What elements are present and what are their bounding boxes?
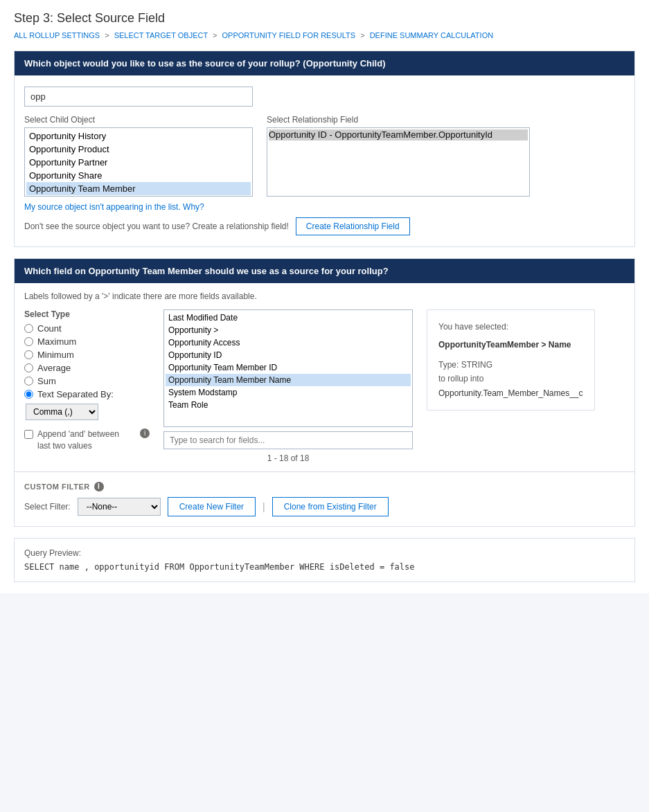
type-text-separated-radio[interactable] xyxy=(24,390,33,399)
source-object-header: Which object would you like to use as th… xyxy=(15,51,634,75)
field-option-0[interactable]: Last Modified Date xyxy=(166,312,411,324)
custom-filter-title: CUSTOM FILTER i xyxy=(24,482,625,491)
field-option-2[interactable]: Opportunity Access xyxy=(166,336,411,349)
type-average-radio[interactable] xyxy=(24,363,33,372)
type-maximum-radio[interactable] xyxy=(24,337,33,346)
type-count-row: Count xyxy=(24,323,150,334)
breadcrumb-item-0[interactable]: ALL ROLLUP SETTINGS xyxy=(14,31,100,39)
append-and-checkbox[interactable] xyxy=(24,430,33,439)
child-object-label: Select Child Object xyxy=(24,115,253,125)
field-option-4[interactable]: Opportunity Team Member ID xyxy=(166,361,411,374)
child-option-3[interactable]: Opportunity Share xyxy=(26,169,251,182)
you-have-selected-label: You have selected: xyxy=(438,320,583,334)
query-preview-section: Query Preview: SELECT name , opportunity… xyxy=(14,538,635,582)
relationship-select[interactable]: Opportunity ID - OpportunityTeamMember.O… xyxy=(267,128,529,196)
child-option-4[interactable]: Opportunity Team Member xyxy=(26,182,251,195)
type-text-separated-row: Text Separated By: xyxy=(24,389,150,399)
custom-filter-info-icon: i xyxy=(94,482,104,491)
child-object-select[interactable]: Opportunity History Opportunity Product … xyxy=(25,128,252,196)
type-sum-radio[interactable] xyxy=(24,377,33,386)
clone-from-existing-filter-button[interactable]: Clone from Existing Filter xyxy=(272,497,389,516)
relationship-field-label: Select Relationship Field xyxy=(267,115,530,125)
source-field-header: Which field on Opportunity Team Member s… xyxy=(15,259,634,283)
child-option-2[interactable]: Opportunity Partner xyxy=(26,156,251,169)
type-text-separated-label: Text Separated By: xyxy=(37,389,114,399)
filter-pipe-separator: | xyxy=(263,501,265,512)
breadcrumb: ALL ROLLUP SETTINGS > SELECT TARGET OBJE… xyxy=(14,31,635,39)
filter-row: Select Filter: --None-- Create New Filte… xyxy=(24,497,625,516)
breadcrumb-sep-2: > xyxy=(360,31,364,39)
field-option-3[interactable]: Opportunity ID xyxy=(166,349,411,361)
select-filter-label: Select Filter: xyxy=(24,502,71,512)
breadcrumb-item-3[interactable]: DEFINE SUMMARY CALCULATION xyxy=(370,31,493,39)
dont-see-text: Don't see the source object you want to … xyxy=(24,222,289,231)
breadcrumb-item-2[interactable]: OPPORTUNITY FIELD FOR RESULTS xyxy=(222,31,356,39)
field-select[interactable]: Last Modified Date Opportunity > Opportu… xyxy=(164,310,412,426)
source-object-section: Which object would you like to use as th… xyxy=(14,51,635,247)
type-average-label: Average xyxy=(37,363,71,373)
breadcrumb-sep-0: > xyxy=(105,31,109,39)
breadcrumb-item-1[interactable]: SELECT TARGET OBJECT xyxy=(114,31,208,39)
rollup-label-display: to rollup into xyxy=(438,372,583,386)
relationship-option-0[interactable]: Opportunity ID - OpportunityTeamMember.O… xyxy=(269,129,528,141)
object-search-input[interactable] xyxy=(24,87,253,107)
source-field-section: Which field on Opportunity Team Member s… xyxy=(14,258,635,527)
page-title: Step 3: Select Source Field xyxy=(14,11,635,26)
type-count-radio[interactable] xyxy=(24,324,33,333)
append-info-icon: i xyxy=(140,428,150,438)
type-count-label: Count xyxy=(37,323,62,334)
type-minimum-label: Minimum xyxy=(37,350,74,360)
field-option-7[interactable]: Team Role xyxy=(166,399,411,411)
field-search-input[interactable] xyxy=(163,431,413,449)
relationship-listbox[interactable]: Opportunity ID - OpportunityTeamMember.O… xyxy=(267,127,530,197)
type-maximum-label: Maximum xyxy=(37,336,76,347)
field-option-5[interactable]: Opportunity Team Member Name xyxy=(166,374,411,386)
create-new-filter-button[interactable]: Create New Filter xyxy=(168,497,256,516)
custom-filter-section: CUSTOM FILTER i Select Filter: --None-- … xyxy=(15,471,634,526)
field-option-1[interactable]: Opportunity > xyxy=(166,324,411,336)
type-label-display: Type: STRING xyxy=(438,358,583,372)
type-minimum-radio[interactable] xyxy=(24,350,33,359)
query-preview-text: SELECT name , opportunityid FROM Opportu… xyxy=(24,562,625,572)
child-object-listbox[interactable]: Opportunity History Opportunity Product … xyxy=(24,127,253,197)
create-relationship-button[interactable]: Create Relationship Field xyxy=(296,217,410,235)
selected-value-display: OpportunityTeamMember > Name xyxy=(438,338,583,352)
child-option-1[interactable]: Opportunity Product xyxy=(26,143,251,156)
append-and-label: Append 'and' between last two values xyxy=(37,428,134,452)
type-sum-row: Sum xyxy=(24,376,150,386)
child-option-0[interactable]: Opportunity History xyxy=(26,129,251,143)
type-average-row: Average xyxy=(24,363,150,373)
type-maximum-row: Maximum xyxy=(24,336,150,347)
field-option-6[interactable]: System Modstamp xyxy=(166,386,411,399)
selection-display-box: You have selected: OpportunityTeamMember… xyxy=(427,309,595,410)
type-radio-group: Count Maximum Minimum Average xyxy=(24,323,150,399)
type-sum-label: Sum xyxy=(37,376,56,386)
query-preview-label: Query Preview: xyxy=(24,548,625,558)
rollup-value-display: Opportunity.Team_Member_Names__c xyxy=(438,386,583,400)
type-minimum-row: Minimum xyxy=(24,350,150,360)
separator-select[interactable]: Comma (,) Semicolon (;) Pipe (|) Space xyxy=(26,404,98,420)
breadcrumb-sep-1: > xyxy=(213,31,217,39)
select-type-label: Select Type xyxy=(24,309,150,319)
pagination-text: 1 - 18 of 18 xyxy=(163,453,413,463)
custom-filter-title-text: CUSTOM FILTER xyxy=(24,482,90,491)
not-appearing-link[interactable]: My source object isn't appearing in the … xyxy=(24,202,204,212)
field-listbox[interactable]: Last Modified Date Opportunity > Opportu… xyxy=(163,309,413,427)
filter-select[interactable]: --None-- xyxy=(78,498,161,516)
labels-note: Labels followed by a '>' indicate there … xyxy=(24,291,625,301)
